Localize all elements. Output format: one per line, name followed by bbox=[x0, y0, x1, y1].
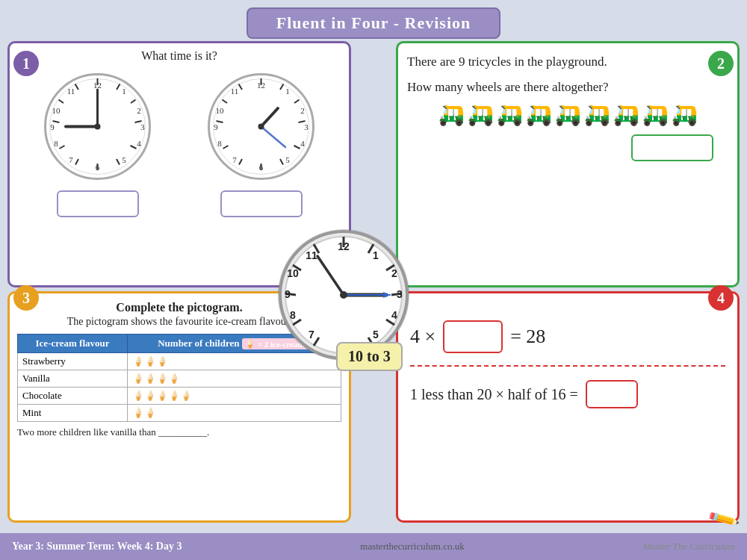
svg-text:5: 5 bbox=[285, 155, 290, 164]
svg-text:12: 12 bbox=[93, 81, 102, 90]
q3-footer: Two more children like vanilla than ____… bbox=[17, 426, 341, 438]
svg-text:7: 7 bbox=[69, 155, 73, 164]
time-badge: 10 to 3 bbox=[336, 342, 403, 371]
badge-2: 2 bbox=[708, 51, 734, 76]
svg-text:8: 8 bbox=[54, 139, 58, 148]
clocks-row: 12 1 2 3 4 5 6 7 8 9 10 11 bbox=[16, 69, 343, 217]
icons-chocolate: 🍦🍦🍦🍦🍦 bbox=[128, 388, 341, 405]
clock1-answer[interactable] bbox=[57, 190, 139, 217]
q4-prefix: 4 × bbox=[410, 326, 436, 348]
svg-text:8: 8 bbox=[290, 309, 296, 321]
svg-text:7: 7 bbox=[232, 155, 237, 164]
svg-text:2: 2 bbox=[300, 106, 305, 115]
q2-answer[interactable] bbox=[631, 134, 713, 161]
trike-4: 🛺 bbox=[526, 102, 552, 127]
svg-text:1: 1 bbox=[285, 87, 290, 96]
svg-text:12: 12 bbox=[257, 81, 265, 90]
trike-9: 🛺 bbox=[672, 102, 698, 127]
row-mint: Mint 🍦🍦 bbox=[18, 405, 341, 422]
svg-text:3: 3 bbox=[304, 122, 309, 131]
svg-text:5: 5 bbox=[122, 155, 126, 164]
title-bar: Fluent in Four - Revision bbox=[247, 7, 500, 39]
svg-text:5: 5 bbox=[373, 329, 379, 340]
trike-2: 🛺 bbox=[468, 102, 494, 127]
q4-row2: 1 less than 20 × half of 16 = bbox=[410, 365, 725, 408]
row-chocolate: Chocolate 🍦🍦🍦🍦🍦 bbox=[18, 388, 341, 405]
svg-text:7: 7 bbox=[309, 329, 314, 340]
quadrant-4: 4 × = 28 1 less than 20 × half of 16 = bbox=[396, 291, 740, 523]
clock2-svg: 12 1 2 3 4 5 6 7 8 9 10 11 bbox=[203, 69, 319, 184]
clock1-wrap: 12 1 2 3 4 5 6 7 8 9 10 11 bbox=[40, 69, 155, 217]
svg-text:6: 6 bbox=[259, 163, 264, 172]
trike-6: 🛺 bbox=[584, 102, 610, 127]
svg-text:2: 2 bbox=[391, 267, 397, 279]
flavour-mint: Mint bbox=[18, 405, 128, 422]
svg-text:9: 9 bbox=[285, 288, 291, 300]
footer-right: Master The Curriculum bbox=[642, 541, 735, 553]
svg-point-89 bbox=[340, 291, 347, 299]
svg-text:10: 10 bbox=[216, 106, 225, 115]
svg-text:1: 1 bbox=[122, 87, 126, 96]
svg-text:11: 11 bbox=[231, 87, 239, 96]
footer-left: Year 3: Summer Term: Week 4: Day 3 bbox=[12, 541, 182, 553]
svg-text:2: 2 bbox=[137, 106, 141, 115]
page-title: Fluent in Four - Revision bbox=[263, 13, 484, 33]
svg-text:6: 6 bbox=[96, 163, 100, 172]
svg-text:8: 8 bbox=[217, 139, 222, 148]
q4-row1: 4 × = 28 bbox=[410, 320, 725, 353]
q4-row2-prefix: 1 less than 20 × half of 16 = bbox=[410, 386, 578, 403]
svg-text:4: 4 bbox=[300, 139, 305, 148]
q2-line2: How many wheels are there altogether? bbox=[407, 78, 728, 97]
q4-answer2[interactable] bbox=[586, 380, 638, 408]
clock1-svg: 12 1 2 3 4 5 6 7 8 9 10 11 bbox=[40, 69, 155, 184]
svg-text:12: 12 bbox=[338, 240, 350, 252]
trike-7: 🛺 bbox=[613, 102, 639, 127]
q1-title: What time is it? bbox=[16, 49, 343, 63]
q4-suffix: = 28 bbox=[510, 326, 545, 348]
flavour-chocolate: Chocolate bbox=[18, 388, 128, 405]
svg-text:4: 4 bbox=[391, 309, 397, 321]
quadrant-2: There are 9 tricycles in the playground.… bbox=[396, 41, 740, 287]
svg-text:9: 9 bbox=[214, 122, 218, 131]
svg-text:10: 10 bbox=[52, 106, 61, 115]
trike-1: 🛺 bbox=[438, 102, 465, 127]
icons-mint: 🍦🍦 bbox=[128, 405, 341, 422]
q2-line1: There are 9 tricycles in the playground. bbox=[407, 52, 728, 72]
badge-4: 4 bbox=[708, 285, 734, 311]
footer-center: masterthecurriculum.co.uk bbox=[360, 541, 464, 553]
trike-3: 🛺 bbox=[497, 102, 523, 127]
icons-vanilla: 🍦🍦🍦🍦 bbox=[128, 370, 341, 388]
tricycles-row: 🛺 🛺 🛺 🛺 🛺 🛺 🛺 🛺 🛺 bbox=[407, 102, 728, 127]
footer: Year 3: Summer Term: Week 4: Day 3 maste… bbox=[0, 533, 747, 560]
flavour-vanilla: Vanilla bbox=[18, 370, 128, 388]
row-vanilla: Vanilla 🍦🍦🍦🍦 bbox=[18, 370, 341, 388]
badge-1: 1 bbox=[13, 51, 39, 76]
svg-text:11: 11 bbox=[306, 249, 317, 261]
flavour-strawberry: Strawberry bbox=[18, 353, 128, 370]
svg-text:3: 3 bbox=[397, 288, 403, 300]
svg-text:9: 9 bbox=[50, 122, 55, 131]
trike-5: 🛺 bbox=[555, 102, 581, 127]
svg-text:3: 3 bbox=[140, 122, 145, 131]
svg-text:4: 4 bbox=[137, 139, 141, 148]
svg-text:11: 11 bbox=[67, 87, 75, 96]
svg-text:10: 10 bbox=[287, 267, 299, 279]
trike-8: 🛺 bbox=[642, 102, 669, 127]
clock2-wrap: 12 1 2 3 4 5 6 7 8 9 10 11 bbox=[203, 69, 319, 217]
svg-text:1: 1 bbox=[373, 249, 379, 261]
badge-3: 3 bbox=[13, 285, 39, 311]
q4-answer1[interactable] bbox=[443, 320, 503, 353]
col-flavour: Ice-cream flavour bbox=[18, 335, 128, 353]
svg-point-57 bbox=[258, 124, 264, 130]
svg-point-28 bbox=[95, 124, 101, 130]
clock2-answer[interactable] bbox=[220, 190, 303, 217]
